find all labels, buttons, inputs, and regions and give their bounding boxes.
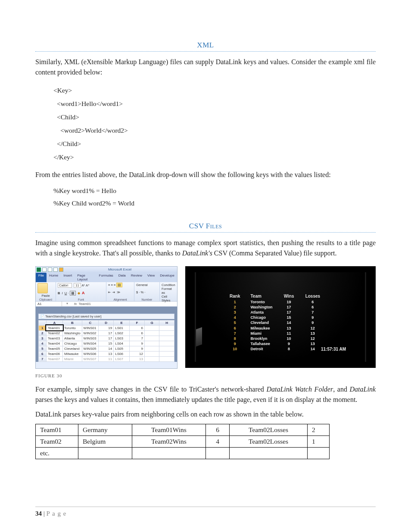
- bold-icon[interactable]: B: [58, 291, 60, 295]
- emphasis: DataLink: [350, 386, 376, 393]
- ribbon-body: Paste Clipboard Calibri 11 Aˢ Aˣ B I U ·: [36, 282, 177, 301]
- section-heading-xml: XML: [35, 41, 376, 50]
- text: For example, simply save changes in the …: [35, 386, 266, 393]
- col-header[interactable]: G: [144, 320, 159, 325]
- table-row: 7Miami1113: [226, 331, 327, 336]
- table-row: 9Tallahasee913: [226, 341, 327, 346]
- fill-color-icon[interactable]: ◆: [78, 291, 80, 295]
- table-row: Team01 Germany Team01Wins 6 Team02Losses…: [36, 424, 330, 436]
- conditional-formatting[interactable]: Condition: [162, 283, 175, 287]
- ribbon-group-alignment: ≡ ≡ ≡ ▤ ⇤ ⇥ ≫ Alignment: [106, 282, 134, 301]
- ribbon-tab-home[interactable]: Home: [47, 273, 61, 282]
- tricaster-screenshot: Rank Team Wins Losses 1Toronto196 2Washi…: [185, 266, 376, 368]
- ribbon-tab-insert[interactable]: Insert: [61, 273, 75, 282]
- name-box-formula-bar: A1 ▾ fx Team01: [36, 301, 177, 307]
- grow-font-icon[interactable]: Aˢ: [81, 283, 85, 287]
- xml-code-block: <Key> <word1>Hello</word1> <Child> <word…: [53, 84, 376, 164]
- excel-screenshot: Microsoft Excel File Home Insert Page La…: [35, 266, 177, 369]
- page-number: 34: [35, 510, 42, 517]
- code-line: <word1>Hello</word1>: [53, 97, 376, 110]
- table-row: 1Toronto196: [226, 299, 327, 305]
- col-header[interactable]: C: [82, 320, 99, 325]
- redo-icon: [53, 268, 58, 272]
- font-color-icon[interactable]: A: [82, 291, 85, 295]
- ribbon-tab-view[interactable]: View: [145, 273, 157, 282]
- col-header[interactable]: F: [129, 320, 144, 325]
- ribbon-tab-developer[interactable]: Develope: [157, 273, 177, 282]
- ribbon-tab-data[interactable]: Data: [116, 273, 128, 282]
- ribbon-tab-review[interactable]: Review: [128, 273, 145, 282]
- italic-icon[interactable]: I: [62, 291, 63, 295]
- text: CSV (Comma Separated Value) file support…: [212, 249, 337, 257]
- ribbon-tab-file[interactable]: File: [36, 273, 47, 282]
- window-title: Microsoft Excel: [63, 268, 176, 271]
- name-box[interactable]: A1: [36, 302, 62, 306]
- footer-label: P a g e: [47, 510, 67, 517]
- footer-sep: |: [42, 510, 47, 517]
- number-format[interactable]: General: [136, 283, 158, 287]
- paragraph-csv-after1: For example, simply save changes in the …: [35, 384, 376, 405]
- text: , and: [333, 386, 349, 393]
- section-heading-csv: CSV Files: [35, 222, 376, 230]
- figure-caption: FIGURE 30: [35, 373, 376, 378]
- table-row: 6Milwaukee1312: [226, 326, 327, 331]
- ribbon-tabs: File Home Insert Page Layout Formulas Da…: [36, 273, 177, 282]
- paste-label: Paste: [37, 294, 54, 298]
- footer-rule: [35, 507, 376, 507]
- ribbon-tab-page-layout[interactable]: Page Layout: [75, 273, 96, 282]
- table-row[interactable]: 6Team06MilwaukeWINS0613LS0612: [39, 351, 174, 356]
- group-label: Alignment: [108, 298, 132, 301]
- paragraph-xml-intro: Similarly, XML (eXtensible Markup Langua…: [35, 57, 376, 78]
- table-row: 2Washington176: [226, 305, 327, 310]
- shrink-font-icon[interactable]: Aˣ: [86, 283, 90, 287]
- page-footer: 34 | P a g e: [35, 510, 66, 517]
- viewport: Rank Team Wins Losses 1Toronto196 2Washi…: [195, 272, 366, 362]
- table-row[interactable]: 7Team07MiamiWINS0711LS0713: [39, 356, 174, 361]
- col-header[interactable]: E: [114, 320, 130, 325]
- undo-icon: [48, 268, 52, 272]
- ribbon-tab-formulas[interactable]: Formulas: [97, 273, 116, 282]
- section-rule: [35, 51, 376, 52]
- underline-icon[interactable]: U: [65, 291, 67, 295]
- col-header[interactable]: D: [99, 320, 114, 325]
- workbook-caption: 📄 TeamStanding.csv [Last saved by user]: [38, 314, 174, 319]
- code-line: </Key>: [53, 150, 376, 164]
- indent-icons[interactable]: ⇤ ⇥ ≫: [108, 290, 132, 294]
- number-tools[interactable]: $ · % ·: [136, 290, 158, 294]
- table-row[interactable]: 4Team04ChicagoWINS0415LS049: [39, 341, 174, 346]
- border-icon[interactable]: ▦: [70, 291, 76, 296]
- formula-bar[interactable]: Team01: [79, 302, 91, 306]
- table-row: 10Detroit814: [226, 346, 327, 352]
- group-label: Number: [136, 298, 158, 301]
- font-name[interactable]: Calibri: [58, 283, 72, 288]
- col-header[interactable]: A: [46, 320, 62, 325]
- table-row[interactable]: 3Team03AtlantaWINS0317LS037: [39, 336, 174, 341]
- table-row[interactable]: 2Team02WashingtoWINS0217LS026: [39, 330, 174, 336]
- table-row[interactable]: 5Team05ClevelandWINS0514LS059: [39, 346, 174, 351]
- table-row: 8Brooklyn1012: [226, 336, 327, 341]
- select-all[interactable]: [39, 320, 47, 325]
- kv-table: Team01 Germany Team01Wins 6 Team02Losses…: [35, 424, 330, 459]
- format-as-table[interactable]: Format as: [162, 287, 175, 295]
- excel-icon: [37, 268, 41, 272]
- section-rule: [35, 232, 376, 233]
- font-size[interactable]: 11: [74, 283, 81, 288]
- cell-styles[interactable]: Cell Styles: [162, 295, 175, 302]
- spreadsheet-grid[interactable]: A B C D E F G H 1Team01TorontoWINS0119LS…: [38, 320, 174, 362]
- paragraph-csv-intro: Imagine using common spreadsheet functio…: [35, 238, 376, 258]
- align-icons[interactable]: ≡ ≡ ≡ ▤: [108, 283, 132, 287]
- ribbon-group-styles: Condition Format as Cell Styles: [160, 282, 177, 301]
- table-row[interactable]: 1Team01TorontoWINS0119LS016: [39, 325, 174, 330]
- paragraph-csv-after2: DataLink parses key-value pairs from nei…: [35, 409, 376, 420]
- ribbon-group-number: General $ · % · Number: [134, 282, 160, 301]
- accent-shape: [196, 327, 202, 346]
- paste-icon[interactable]: [37, 283, 48, 293]
- excel-titlebar: Microsoft Excel: [36, 267, 177, 273]
- table-row: 4Chicago159: [226, 315, 327, 320]
- save-icon: [42, 268, 47, 272]
- col-header[interactable]: B: [63, 320, 82, 325]
- emphasis: DataLink's: [182, 249, 212, 257]
- col-header[interactable]: H: [159, 320, 174, 325]
- sheet-area: 📄 TeamStanding.csv [Last saved by user] …: [36, 307, 177, 362]
- group-label: Clipboard: [37, 298, 54, 301]
